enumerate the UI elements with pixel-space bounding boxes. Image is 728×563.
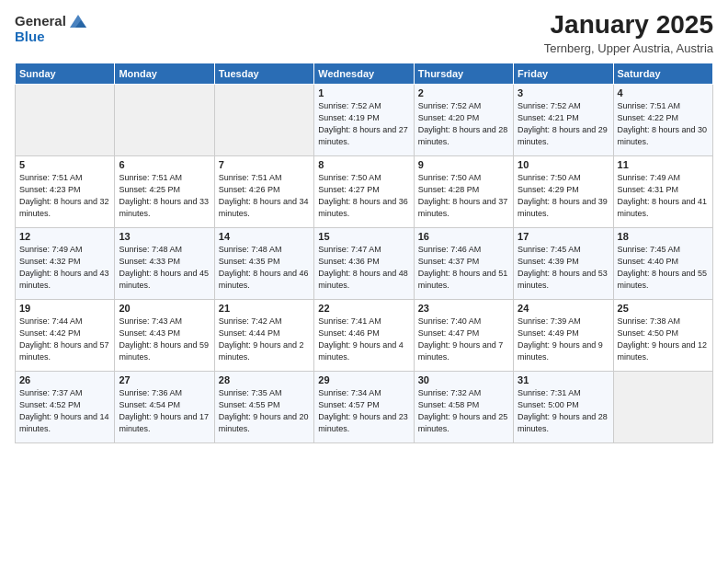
header-saturday: Saturday	[613, 63, 712, 84]
day-number: 23	[418, 303, 509, 314]
day-info: Sunrise: 7:47 AMSunset: 4:36 PMDaylight:…	[318, 244, 409, 292]
day-number: 31	[518, 374, 609, 385]
day-number: 30	[418, 374, 509, 385]
day-info: Sunrise: 7:46 AMSunset: 4:37 PMDaylight:…	[418, 244, 509, 292]
day-info: Sunrise: 7:51 AMSunset: 4:26 PMDaylight:…	[219, 172, 310, 220]
day-number: 16	[418, 231, 509, 242]
day-info: Sunrise: 7:42 AMSunset: 4:44 PMDaylight:…	[219, 316, 310, 363]
day-cell-0-1	[115, 84, 214, 155]
day-number: 15	[318, 231, 409, 242]
day-number: 22	[318, 303, 409, 314]
day-info: Sunrise: 7:49 AMSunset: 4:32 PMDaylight:…	[19, 244, 110, 292]
logo-general: General	[15, 14, 66, 29]
day-cell-2-1: 13Sunrise: 7:48 AMSunset: 4:33 PMDayligh…	[115, 227, 214, 299]
logo-icon	[68, 11, 88, 31]
day-number: 12	[19, 231, 110, 242]
day-info: Sunrise: 7:50 AMSunset: 4:29 PMDaylight:…	[518, 172, 609, 220]
month-title: January 2025	[544, 11, 713, 40]
day-number: 10	[518, 159, 609, 170]
weekday-header-row: Sunday Monday Tuesday Wednesday Thursday…	[16, 63, 713, 84]
day-info: Sunrise: 7:50 AMSunset: 4:28 PMDaylight:…	[418, 172, 509, 220]
week-row-3: 12Sunrise: 7:49 AMSunset: 4:32 PMDayligh…	[16, 227, 713, 299]
day-info: Sunrise: 7:43 AMSunset: 4:43 PMDaylight:…	[119, 316, 210, 363]
day-cell-2-6: 18Sunrise: 7:45 AMSunset: 4:40 PMDayligh…	[613, 227, 712, 299]
title-block: January 2025 Ternberg, Upper Austria, Au…	[544, 11, 713, 55]
day-number: 19	[19, 303, 110, 314]
day-number: 29	[318, 374, 409, 385]
day-cell-4-1: 27Sunrise: 7:36 AMSunset: 4:54 PMDayligh…	[115, 371, 214, 442]
day-cell-2-2: 14Sunrise: 7:48 AMSunset: 4:35 PMDayligh…	[214, 227, 313, 299]
day-cell-3-1: 20Sunrise: 7:43 AMSunset: 4:43 PMDayligh…	[115, 299, 214, 371]
day-number: 20	[119, 303, 210, 314]
day-cell-4-6	[613, 371, 712, 442]
day-number: 4	[618, 87, 709, 98]
day-cell-3-6: 25Sunrise: 7:38 AMSunset: 4:50 PMDayligh…	[613, 299, 712, 371]
day-cell-1-0: 5Sunrise: 7:51 AMSunset: 4:23 PMDaylight…	[16, 155, 115, 227]
day-number: 26	[19, 374, 110, 385]
day-info: Sunrise: 7:51 AMSunset: 4:23 PMDaylight:…	[19, 172, 110, 220]
day-cell-1-5: 10Sunrise: 7:50 AMSunset: 4:29 PMDayligh…	[514, 155, 613, 227]
day-cell-3-0: 19Sunrise: 7:44 AMSunset: 4:42 PMDayligh…	[16, 299, 115, 371]
header-tuesday: Tuesday	[214, 63, 313, 84]
day-info: Sunrise: 7:48 AMSunset: 4:35 PMDaylight:…	[219, 244, 310, 292]
day-cell-3-5: 24Sunrise: 7:39 AMSunset: 4:49 PMDayligh…	[514, 299, 613, 371]
day-info: Sunrise: 7:48 AMSunset: 4:33 PMDaylight:…	[119, 244, 210, 292]
day-number: 18	[618, 231, 709, 242]
day-info: Sunrise: 7:52 AMSunset: 4:21 PMDaylight:…	[518, 100, 609, 148]
day-number: 3	[518, 87, 609, 98]
day-number: 28	[219, 374, 310, 385]
day-info: Sunrise: 7:36 AMSunset: 4:54 PMDaylight:…	[119, 387, 210, 435]
day-number: 17	[518, 231, 609, 242]
day-cell-3-2: 21Sunrise: 7:42 AMSunset: 4:44 PMDayligh…	[214, 299, 313, 371]
day-info: Sunrise: 7:51 AMSunset: 4:22 PMDaylight:…	[618, 100, 709, 148]
day-cell-2-0: 12Sunrise: 7:49 AMSunset: 4:32 PMDayligh…	[16, 227, 115, 299]
week-row-2: 5Sunrise: 7:51 AMSunset: 4:23 PMDaylight…	[16, 155, 713, 227]
calendar-table: Sunday Monday Tuesday Wednesday Thursday…	[15, 63, 713, 443]
day-number: 27	[119, 374, 210, 385]
day-info: Sunrise: 7:31 AMSunset: 5:00 PMDaylight:…	[518, 387, 609, 435]
day-cell-0-3: 1Sunrise: 7:52 AMSunset: 4:19 PMDaylight…	[314, 84, 414, 155]
day-number: 11	[618, 159, 709, 170]
day-cell-2-3: 15Sunrise: 7:47 AMSunset: 4:36 PMDayligh…	[314, 227, 414, 299]
day-cell-4-0: 26Sunrise: 7:37 AMSunset: 4:52 PMDayligh…	[16, 371, 115, 442]
day-cell-3-4: 23Sunrise: 7:40 AMSunset: 4:47 PMDayligh…	[414, 299, 513, 371]
day-number: 8	[318, 159, 409, 170]
day-cell-1-1: 6Sunrise: 7:51 AMSunset: 4:25 PMDaylight…	[115, 155, 214, 227]
day-info: Sunrise: 7:39 AMSunset: 4:49 PMDaylight:…	[518, 316, 609, 363]
day-number: 24	[518, 303, 609, 314]
day-number: 1	[318, 87, 409, 98]
header-monday: Monday	[115, 63, 214, 84]
header: General Blue January 2025 Ternberg, Uppe…	[15, 11, 713, 55]
logo-blue: Blue	[15, 29, 45, 45]
day-number: 7	[219, 159, 310, 170]
day-info: Sunrise: 7:49 AMSunset: 4:31 PMDaylight:…	[618, 172, 709, 220]
day-cell-3-3: 22Sunrise: 7:41 AMSunset: 4:46 PMDayligh…	[314, 299, 414, 371]
week-row-4: 19Sunrise: 7:44 AMSunset: 4:42 PMDayligh…	[16, 299, 713, 371]
logo: General Blue	[15, 11, 88, 45]
day-cell-4-2: 28Sunrise: 7:35 AMSunset: 4:55 PMDayligh…	[214, 371, 313, 442]
day-cell-2-5: 17Sunrise: 7:45 AMSunset: 4:39 PMDayligh…	[514, 227, 613, 299]
day-number: 2	[418, 87, 509, 98]
day-cell-0-0	[16, 84, 115, 155]
day-info: Sunrise: 7:37 AMSunset: 4:52 PMDaylight:…	[19, 387, 110, 435]
week-row-5: 26Sunrise: 7:37 AMSunset: 4:52 PMDayligh…	[16, 371, 713, 442]
day-number: 21	[219, 303, 310, 314]
day-cell-0-4: 2Sunrise: 7:52 AMSunset: 4:20 PMDaylight…	[414, 84, 513, 155]
day-cell-4-3: 29Sunrise: 7:34 AMSunset: 4:57 PMDayligh…	[314, 371, 414, 442]
day-info: Sunrise: 7:52 AMSunset: 4:20 PMDaylight:…	[418, 100, 509, 148]
day-number: 25	[618, 303, 709, 314]
day-info: Sunrise: 7:32 AMSunset: 4:58 PMDaylight:…	[418, 387, 509, 435]
header-wednesday: Wednesday	[314, 63, 414, 84]
header-thursday: Thursday	[414, 63, 513, 84]
header-sunday: Sunday	[16, 63, 115, 84]
day-number: 13	[119, 231, 210, 242]
day-number: 14	[219, 231, 310, 242]
day-info: Sunrise: 7:50 AMSunset: 4:27 PMDaylight:…	[318, 172, 409, 220]
day-cell-2-4: 16Sunrise: 7:46 AMSunset: 4:37 PMDayligh…	[414, 227, 513, 299]
day-info: Sunrise: 7:34 AMSunset: 4:57 PMDaylight:…	[318, 387, 409, 435]
page: General Blue January 2025 Ternberg, Uppe…	[0, 0, 728, 563]
header-friday: Friday	[514, 63, 613, 84]
week-row-1: 1Sunrise: 7:52 AMSunset: 4:19 PMDaylight…	[16, 84, 713, 155]
day-info: Sunrise: 7:40 AMSunset: 4:47 PMDaylight:…	[418, 316, 509, 363]
day-number: 9	[418, 159, 509, 170]
